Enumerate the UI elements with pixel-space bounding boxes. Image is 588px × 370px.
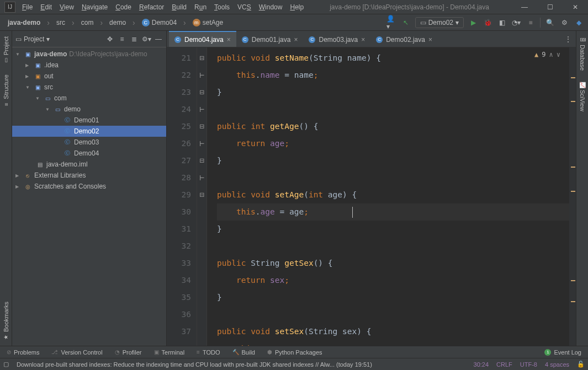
bottom-tool-buttons: ⊘Problems ⎇Version Control ◔Profiler ▣Te… xyxy=(0,346,588,358)
toolbtn-vcs[interactable]: ⎇Version Control xyxy=(46,348,108,357)
tab-structure[interactable]: ≡Structure xyxy=(2,69,10,113)
tab-demo01[interactable]: CDemo01.java× xyxy=(236,31,304,47)
menu-edit[interactable]: Edit xyxy=(37,2,55,13)
close-button[interactable]: ✕ xyxy=(563,0,588,14)
tree-project-root[interactable]: ▼▣java-demoD:\IdeaProjects\java-demo xyxy=(12,49,166,60)
code-content[interactable]: public void setName(String name) { this.… xyxy=(207,47,576,346)
settings-dropdown-icon[interactable]: ⚙▾ xyxy=(142,35,151,43)
tool-windows-icon[interactable]: ▢ xyxy=(3,361,9,368)
tree-idea-folder[interactable]: ▶▣.idea xyxy=(12,60,166,71)
run-config-selector[interactable]: ▭ Demo02 ▾ xyxy=(415,17,464,28)
close-icon[interactable]: × xyxy=(428,36,432,44)
line-separator[interactable]: CRLF xyxy=(496,361,512,368)
inspection-widget[interactable]: ▲9 ∧ ∨ xyxy=(534,51,560,58)
window-title: java-demo [D:\IdeaProjects\java-demo] - … xyxy=(307,3,512,11)
toolbtn-problems[interactable]: ⊘Problems xyxy=(1,348,45,357)
breadcrumb-demo[interactable]: demo xyxy=(106,18,129,28)
tab-project[interactable]: ▭Project xyxy=(2,31,10,69)
tab-demo03[interactable]: CDemo03.java× xyxy=(303,31,370,47)
tab-sciview[interactable]: 📈SciView xyxy=(576,76,588,117)
toolbtn-python[interactable]: ⬢Python Packages xyxy=(262,348,328,357)
tree-file-demo02[interactable]: ⒸDemo02 xyxy=(12,126,166,137)
toolbtn-eventlog[interactable]: 1Event Log xyxy=(539,348,587,357)
coverage-icon[interactable]: ◧ xyxy=(497,18,507,28)
menu-window[interactable]: Window xyxy=(256,2,286,13)
tree-file-demo03[interactable]: ⒸDemo03 xyxy=(12,137,166,148)
toolbtn-todo[interactable]: ≡TODO xyxy=(191,348,225,357)
menu-refactor[interactable]: Refactor xyxy=(136,2,167,13)
tab-more-icon[interactable]: ⋮ xyxy=(560,31,576,47)
close-icon[interactable]: × xyxy=(361,36,365,44)
tab-demo02[interactable]: CDemo02.java× xyxy=(370,31,438,47)
tree-out-folder[interactable]: ▶▣out xyxy=(12,71,166,82)
plugins-icon[interactable]: ◆ xyxy=(574,18,584,28)
breadcrumb-project[interactable]: java-demo xyxy=(4,18,44,28)
search-icon[interactable]: 🔍 xyxy=(545,18,555,28)
prev-highlight-icon[interactable]: ∧ xyxy=(549,51,553,58)
tree-external-libs[interactable]: ▶⎋External Libraries xyxy=(12,170,166,181)
file-encoding[interactable]: UTF-8 xyxy=(520,361,537,368)
menu-tools[interactable]: Tools xyxy=(211,2,233,13)
tab-bookmarks[interactable]: ★Bookmarks xyxy=(2,296,10,346)
tree-scratches[interactable]: ▶◎Scratches and Consoles xyxy=(12,181,166,192)
menu-build[interactable]: Build xyxy=(168,2,190,13)
editor-area: CDemo04.java× CDemo01.java× CDemo03.java… xyxy=(167,31,576,346)
main-area: ▭Project ≡Structure ★Bookmarks ▭ Project… xyxy=(0,31,588,346)
menu-run[interactable]: Run xyxy=(191,2,210,13)
caret-position[interactable]: 30:24 xyxy=(474,361,489,368)
status-message[interactable]: Download pre-built shared indexes: Reduc… xyxy=(17,361,466,368)
menu-navigate[interactable]: Navigate xyxy=(78,2,111,13)
tree-iml-file[interactable]: ▤java-demo.iml xyxy=(12,159,166,170)
stop-icon[interactable]: ■ xyxy=(526,18,536,28)
breadcrumb-com[interactable]: com xyxy=(78,18,97,28)
debug-button-icon[interactable]: 🐞 xyxy=(483,18,492,28)
breadcrumb-src[interactable]: src xyxy=(53,18,68,28)
menu-file[interactable]: File xyxy=(19,2,36,13)
menu-bar: File Edit View Navigate Code Refactor Bu… xyxy=(19,2,307,13)
warning-count: 9 xyxy=(542,51,545,58)
readonly-icon[interactable]: 🔓 xyxy=(577,361,585,368)
select-opened-file-icon[interactable]: ✥ xyxy=(105,35,114,43)
project-tree[interactable]: ▼▣java-demoD:\IdeaProjects\java-demo ▶▣.… xyxy=(12,47,166,346)
tab-database[interactable]: 🗄Database xyxy=(576,31,588,76)
build-icon[interactable]: ↖ xyxy=(401,18,411,28)
tree-com-package[interactable]: ▼▭com xyxy=(12,93,166,104)
tree-src-folder[interactable]: ▼▣src xyxy=(12,82,166,93)
code-editor[interactable]: 212223242526272829303132333435363738 ⊟⊢⊟… xyxy=(167,47,576,346)
error-stripe[interactable] xyxy=(569,47,576,346)
close-icon[interactable]: × xyxy=(294,36,298,44)
project-view-icon: ▭ xyxy=(15,35,22,43)
profile-icon[interactable]: ◔▾ xyxy=(511,18,521,28)
next-highlight-icon[interactable]: ∨ xyxy=(557,51,560,58)
menu-view[interactable]: View xyxy=(56,2,77,13)
breadcrumb-method[interactable]: msetAge xyxy=(189,18,226,28)
tree-demo-package[interactable]: ▼▭demo xyxy=(12,104,166,115)
menu-vcs[interactable]: VCS xyxy=(234,2,255,13)
breadcrumb-class[interactable]: CDemo04 xyxy=(139,18,180,28)
toolbtn-profiler[interactable]: ◔Profiler xyxy=(109,348,147,357)
menu-code[interactable]: Code xyxy=(112,2,135,13)
toolbtn-build[interactable]: 🔨Build xyxy=(227,348,261,357)
fold-column[interactable]: ⊟⊢⊟⊢⊟⊢⊟⊢⊟ xyxy=(197,47,207,346)
project-panel-header: ▭ Project ▾ ✥ ≡ ≣ ⚙▾ — xyxy=(12,31,166,47)
expand-all-icon[interactable]: ≡ xyxy=(118,35,126,43)
maximize-button[interactable]: ☐ xyxy=(537,0,563,14)
tree-file-demo01[interactable]: ⒸDemo01 xyxy=(12,115,166,126)
settings-icon[interactable]: ⚙ xyxy=(559,18,569,28)
status-bar: ▢ Download pre-built shared indexes: Red… xyxy=(0,358,588,370)
line-numbers: 212223242526272829303132333435363738 xyxy=(167,47,197,346)
toolbtn-terminal[interactable]: ▣Terminal xyxy=(149,348,190,357)
minimize-button[interactable]: ― xyxy=(512,0,537,14)
close-icon[interactable]: × xyxy=(227,36,231,44)
project-panel-title[interactable]: Project xyxy=(24,35,44,43)
tab-demo04[interactable]: CDemo04.java× xyxy=(169,31,236,47)
hide-panel-icon[interactable]: — xyxy=(154,35,163,43)
run-toolbar: 👤▾ ↖ ▭ Demo02 ▾ ▶ 🐞 ◧ ◔▾ ■ 🔍 ⚙ ◆ xyxy=(386,17,584,28)
indent-settings[interactable]: 4 spaces xyxy=(545,361,569,368)
run-button-icon[interactable]: ▶ xyxy=(468,18,478,28)
collapse-all-icon[interactable]: ≣ xyxy=(130,35,139,43)
add-config-icon[interactable]: 👤▾ xyxy=(386,18,396,28)
left-tool-strip: ▭Project ≡Structure ★Bookmarks xyxy=(0,31,12,346)
menu-help[interactable]: Help xyxy=(287,2,307,13)
tree-file-demo04[interactable]: ⒸDemo04 xyxy=(12,148,166,159)
